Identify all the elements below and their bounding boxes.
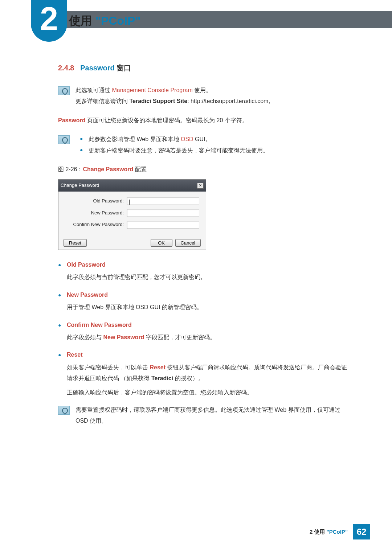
dialog-title-text: Change Password [61,181,99,190]
content: 2.4.8 Password 窗口 此选项可通过 Management Cons… [58,61,348,427]
definition-item: ● New Password 用于管理 Web 界面和本地 OSD GUI 的新… [58,290,348,313]
title-prefix: 使用 [69,14,95,27]
change-password-dialog: Change Password × Old Password: New Pass… [58,179,206,250]
bullet-dot-icon: ● [58,350,62,360]
chapter-number: 2 [40,0,58,38]
section-number: 2.4.8 [58,64,74,72]
section-heading: 2.4.8 Password 窗口 [58,61,348,75]
close-icon[interactable]: × [197,183,204,189]
dialog-body: Old Password: New Password: Confirm New … [58,192,206,236]
def-body: 此字段必须与 New Password 字段匹配，才可更新密码。 [67,332,348,343]
bullet-item: ● 此参数会影响管理 Web 界面和本地 OSD GUI。 [80,134,348,145]
def-title: Old Password [67,259,106,270]
title-keyword: "PCoIP" [95,14,141,27]
page-footer: 2 使用 "PCoIP" 62 [310,524,370,539]
def-body: 如果客户端密码丢失，可以单击 Reset 按钮从客户端厂商请求响应代码。质询代码… [67,362,348,398]
definition-item: ● Confirm New Password 此字段必须与 New Passwo… [58,320,348,343]
section-keyword: Password [80,64,114,72]
note-icon [58,86,70,95]
confirm-password-input[interactable] [127,221,199,229]
def-title: New Password [67,290,108,300]
section-rest: 窗口 [115,64,131,72]
bullet-dot-icon: ● [58,320,62,330]
def-title: Reset [67,349,83,360]
def-body: 此字段必须与当前管理密码匹配，您才可以更新密码。 [67,272,348,283]
bullet-item: ● 更新客户端密码时要注意，密码若是丢失，客户端可能变得无法使用。 [80,145,348,156]
note-body: ● 此参数会影响管理 Web 界面和本地 OSD GUI。 ● 更新客户端密码时… [75,134,348,156]
field-row: Old Password: [65,197,199,206]
highlight-text: New Password [103,334,144,340]
figure-caption: 图 2-26：Change Password 配置 [58,164,348,175]
field-row: Confirm New Password: [65,220,199,229]
text-cursor-icon [129,200,130,205]
page-number: 62 [353,524,370,539]
highlight-text: OSD [181,136,193,142]
header-bar: 使用 "PCoIP" [33,11,392,28]
definition-list: ● Old Password 此字段必须与当前管理密码匹配，您才可以更新密码。 … [58,259,348,398]
old-password-label: Old Password: [65,197,127,206]
highlight-text: Password [58,117,86,123]
reset-button[interactable]: Reset [64,239,87,247]
bullet-dot-icon: ● [58,290,62,300]
confirm-password-label: Confirm New Password: [65,220,127,229]
dialog-titlebar: Change Password × [58,180,206,192]
field-row: New Password: [65,209,199,218]
def-body: 用于管理 Web 界面和本地 OSD GUI 的新管理密码。 [67,302,348,313]
bullet-dot-icon: ● [80,145,83,156]
note-body: 需要重置授权密码时，请联系客户端厂商获得更多信息。此选项无法通过管理 Web 界… [75,405,348,427]
cancel-button[interactable]: Cancel [175,239,201,247]
body-text: Password 页面可让您更新设备的本地管理密码。密码最长为 20 个字符。 [58,115,348,126]
ok-button[interactable]: OK [151,239,172,247]
definition-item: ● Old Password 此字段必须与当前管理密码匹配，您才可以更新密码。 [58,259,348,283]
footer-text: 2 使用 "PCoIP" [310,529,348,535]
note-icon [58,406,70,415]
dialog-footer: Reset OK Cancel [58,236,206,250]
definition-item: ● Reset 如果客户端密码丢失，可以单击 Reset 按钮从客户端厂商请求响… [58,349,348,398]
bullet-dot-icon: ● [80,134,83,145]
bullet-dot-icon: ● [58,260,62,270]
old-password-input[interactable] [127,197,199,205]
note-block: 需要重置授权密码时，请联系客户端厂商获得更多信息。此选项无法通过管理 Web 界… [58,405,348,427]
note-body: 此选项可通过 Management Console Program 使用。 更多… [75,85,348,107]
note-icon [58,135,70,144]
chapter-badge: 2 [31,0,67,42]
note-block: 此选项可通过 Management Console Program 使用。 更多… [58,85,348,107]
highlight-text: Management Console Program [112,87,192,93]
note-line: 更多详细信息请访问 Teradici Support Site: http://… [75,96,348,107]
def-title: Confirm New Password [67,320,132,331]
note-block: ● 此参数会影响管理 Web 界面和本地 OSD GUI。 ● 更新客户端密码时… [58,134,348,156]
highlight-text: Reset [150,364,166,370]
highlight-text: Change Password [83,166,133,172]
note-line: 此选项可通过 Management Console Program 使用。 [75,85,348,96]
page-title: 使用 "PCoIP" [69,13,140,29]
new-password-input[interactable] [127,209,199,217]
new-password-label: New Password: [65,209,127,218]
